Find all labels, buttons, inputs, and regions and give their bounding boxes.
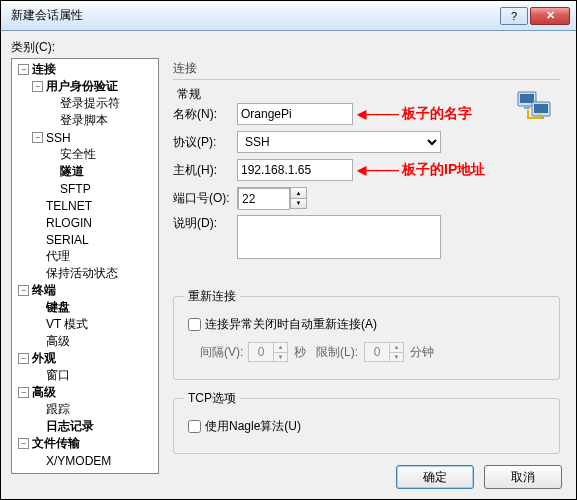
tree-advanced[interactable]: 高级 [32,384,56,401]
interval-input [249,343,273,361]
tree-filetransfer[interactable]: 文件传输 [32,435,80,452]
tree-logging[interactable]: 日志记录 [46,418,94,435]
spin-up-icon[interactable]: ▲ [291,188,306,199]
tcp-legend: TCP选项 [184,390,240,407]
limit-label: 限制(L): [316,344,364,361]
expand-icon[interactable]: − [18,64,29,75]
general-group: 常规 名称(N): ◀——— 板子的名字 协议(P): SSH 主机(H): [173,86,560,278]
tree-vtmode[interactable]: VT 模式 [46,316,88,333]
expand-icon[interactable]: − [32,132,43,143]
reconnect-legend: 重新连接 [184,288,240,305]
tcp-group: TCP选项 使用Nagle算法(U) [173,390,560,454]
tree-tunnel[interactable]: 隧道 [60,163,84,180]
tree-security[interactable]: 安全性 [60,146,96,163]
expand-icon[interactable]: − [18,353,29,364]
reconnect-group: 重新连接 连接异常关闭时自动重新连接(A) 间隔(V): ▲▼ 秒 限制(L): [173,288,560,380]
tree-keyboard[interactable]: 键盘 [46,299,70,316]
spin-down-icon[interactable]: ▼ [291,199,306,209]
tree-advanced-term[interactable]: 高级 [46,333,70,350]
tree-auth[interactable]: 用户身份验证 [46,78,118,95]
general-legend: 常规 [173,86,205,103]
tree-xymodem[interactable]: X/YMODEM [46,454,111,468]
nagle-checkbox[interactable] [188,420,201,433]
tree-connection[interactable]: 连接 [32,61,56,78]
expand-icon[interactable]: − [18,387,29,398]
limit-unit: 分钟 [410,344,434,361]
auto-reconnect-label: 连接异常关闭时自动重新连接(A) [205,316,377,333]
svg-rect-2 [524,106,530,109]
limit-input [365,343,389,361]
host-label: 主机(H): [173,162,237,179]
limit-stepper: ▲▼ [364,342,404,362]
annotation-host: 板子的IP地址 [402,161,485,179]
help-button[interactable]: ? [500,7,528,25]
host-input[interactable] [237,159,353,181]
svg-rect-1 [520,94,534,103]
tree-keepalive[interactable]: 保持活动状态 [46,265,118,282]
connection-icon [516,88,552,124]
dialog-window: 新建会话属性 ? ✕ 类别(C): −连接 −用户身份验证 登录提示符 登录脚本 [0,0,577,500]
tree-appearance[interactable]: 外观 [32,350,56,367]
interval-unit: 秒 [294,344,306,361]
protocol-select[interactable]: SSH [237,131,441,153]
tree-window[interactable]: 窗口 [46,367,70,384]
ok-button[interactable]: 确定 [396,465,474,489]
window-title: 新建会话属性 [7,7,498,24]
tree-ssh[interactable]: SSH [46,131,71,145]
arrow-icon: ◀——— [357,107,398,121]
tree-telnet[interactable]: TELNET [46,199,92,213]
interval-label: 间隔(V): [200,344,248,361]
nagle-label: 使用Nagle算法(U) [205,418,301,435]
auto-reconnect-checkbox[interactable] [188,318,201,331]
port-input[interactable] [238,188,290,210]
tree-login-prompt[interactable]: 登录提示符 [60,95,120,112]
tree-zmodem[interactable]: ZMODEM [46,471,99,475]
tree-sftp[interactable]: SFTP [60,182,91,196]
expand-icon[interactable]: − [32,81,43,92]
description-textarea[interactable] [237,215,441,259]
annotation-name: 板子的名字 [402,105,472,123]
port-label: 端口号(O): [173,190,237,207]
tree-terminal[interactable]: 终端 [32,282,56,299]
name-label: 名称(N): [173,106,237,123]
titlebar: 新建会话属性 ? ✕ [1,1,576,31]
tree-proxy[interactable]: 代理 [46,248,70,265]
tree-trace[interactable]: 跟踪 [46,401,70,418]
proto-label: 协议(P): [173,134,237,151]
arrow-icon: ◀——— [357,163,398,177]
interval-stepper: ▲▼ [248,342,288,362]
expand-icon[interactable]: − [18,438,29,449]
name-input[interactable] [237,103,353,125]
close-button[interactable]: ✕ [530,7,570,25]
expand-icon[interactable]: − [18,285,29,296]
tree-serial[interactable]: SERIAL [46,233,89,247]
svg-rect-4 [534,104,548,113]
panel-heading: 连接 [173,60,560,77]
desc-label: 说明(D): [173,215,237,232]
cancel-button[interactable]: 取消 [484,465,562,489]
category-label: 类别(C): [11,39,566,56]
tree-rlogin[interactable]: RLOGIN [46,216,92,230]
divider [173,79,560,80]
category-tree[interactable]: −连接 −用户身份验证 登录提示符 登录脚本 −SSH 安全性 [11,58,159,474]
port-stepper[interactable]: ▲▼ [237,187,307,209]
tree-login-script[interactable]: 登录脚本 [60,112,108,129]
